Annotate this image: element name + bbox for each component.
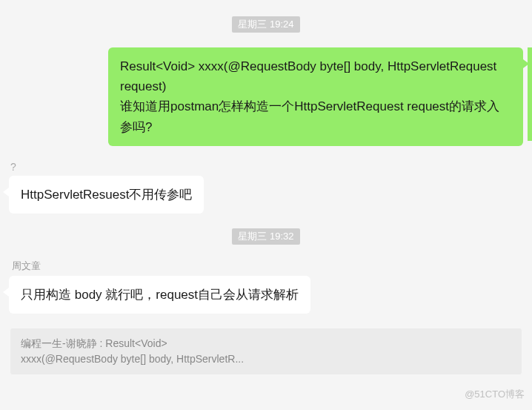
watermark: @51CTO博客 [465,388,525,401]
timestamp-first: 星期三 19:24 [0,16,532,33]
bubble-sent[interactable]: Result<Void> xxxx(@RequestBody byte[] bo… [108,47,523,146]
message-text: 只用构造 body 就行吧，request自己会从请求解析 [21,288,299,302]
timestamp-label: 星期三 19:32 [232,228,299,245]
sender-name: 周文童 [9,259,310,273]
chat-container: 星期三 19:24 Result<Void> xxxx(@RequestBody… [0,0,532,410]
message-text-line2: 谁知道用postman怎样构造一个HttpServletRequest requ… [120,96,511,136]
message-sent-1[interactable]: Result<Void> xxxx(@RequestBody byte[] bo… [0,47,532,146]
message-received-2[interactable]: 周文童 只用构造 body 就行吧，request自己会从请求解析 [0,259,532,314]
timestamp-second: 星期三 19:32 [0,228,532,245]
pre-message-mark: ? [0,161,532,173]
message-text: HttpServletResuest不用传参吧 [21,188,192,202]
quoted-message[interactable]: 编程一生-谢晓静 : Result<Void> xxxx(@RequestBod… [10,328,522,374]
message-text-line1: Result<Void> xxxx(@RequestBody byte[] bo… [120,56,511,96]
message-received-1[interactable]: HttpServletResuest不用传参吧 [0,176,532,214]
bubble-received[interactable]: 只用构造 body 就行吧，request自己会从请求解析 [9,276,310,314]
bubble-received[interactable]: HttpServletResuest不用传参吧 [9,176,204,214]
quote-line1: 编程一生-谢晓静 : Result<Void> [21,336,511,351]
quote-line2: xxxx(@RequestBody byte[] body, HttpServl… [21,351,511,367]
timestamp-label: 星期三 19:24 [232,16,299,33]
